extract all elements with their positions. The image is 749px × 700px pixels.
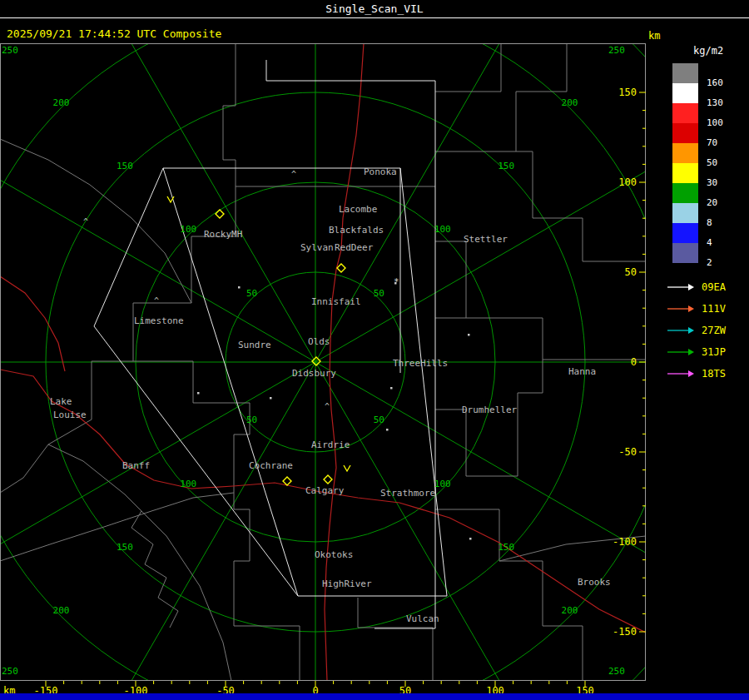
color-swatch: [672, 63, 698, 83]
azimuth-line: [16, 43, 315, 362]
highway-line: [0, 370, 646, 633]
colorbar-entry: 2: [653, 243, 749, 263]
range-ring-label: 200: [562, 97, 578, 108]
colorbar-entry: 30: [653, 163, 749, 183]
county-boundary: [435, 43, 501, 92]
site-id: 09EA: [702, 281, 726, 293]
range-ring-label: 100: [180, 479, 196, 489]
colorbar: 16013010070503020842: [653, 63, 749, 263]
city-label: Limestone: [134, 315, 184, 326]
site-row: 09EA: [667, 276, 749, 298]
city-label: Olds: [308, 336, 330, 347]
range-ring-label: 200: [53, 97, 70, 108]
distance-unit-label: km: [648, 30, 660, 42]
colorbar-entry: 130: [653, 83, 749, 103]
city-label: Brooks: [578, 577, 611, 588]
colorbar-value: 2: [707, 257, 712, 268]
county-boundary: [0, 361, 92, 493]
county-boundary: [435, 151, 646, 261]
county-boundary: [0, 139, 191, 303]
site-row: 27ZW: [667, 320, 749, 341]
station-dot-icon: [468, 334, 470, 336]
axis-label-right: 0: [631, 356, 637, 368]
city-label: Lacombe: [339, 204, 377, 215]
range-ring-label: 50: [246, 288, 257, 299]
county-boundary: [435, 318, 543, 476]
axis-label-right: 100: [618, 176, 637, 188]
taskbar: [0, 693, 749, 700]
colorbar-entry: 20: [653, 183, 749, 203]
city-label: Ponoka: [364, 166, 397, 177]
colorbar-unit-label: kg/m2: [693, 45, 749, 57]
site-id: 18TS: [702, 368, 726, 380]
range-ring-label: 50: [246, 415, 257, 425]
site-arrow-icon: [667, 325, 695, 335]
peak-marker-icon: ^: [83, 217, 88, 226]
city-label: RedDeer: [335, 242, 374, 253]
color-swatch: [672, 123, 698, 143]
city-label: Calgary: [305, 485, 345, 496]
colorbar-entry: 8: [653, 203, 749, 223]
city-label: Vulcan: [406, 613, 439, 624]
color-swatch: [672, 203, 698, 223]
site-row: 111V: [667, 298, 749, 320]
range-ring-label: 50: [374, 415, 384, 425]
city-marker-icon: [337, 264, 345, 272]
range-ring-label: 200: [53, 605, 70, 616]
city-marker-icon: [283, 477, 291, 485]
range-ring-label: 100: [434, 224, 451, 235]
city-label: Hanna: [568, 366, 596, 377]
station-asterisk-icon: *: [394, 276, 399, 287]
station-dot-icon: [238, 286, 241, 289]
site-arrow-icon: [667, 369, 695, 379]
county-boundary: [48, 444, 231, 681]
city-marker-icon: [216, 210, 224, 218]
range-ring-label: 200: [562, 605, 578, 616]
site-row: 18TS: [667, 363, 749, 385]
colorbar-entry: 160: [653, 63, 749, 83]
city-label: Stettler: [464, 234, 508, 245]
range-ring-label: 250: [608, 666, 625, 677]
city-label: Blackfalds: [329, 225, 384, 236]
color-swatch: [672, 163, 698, 183]
color-swatch: [672, 223, 698, 243]
range-ring-label: 150: [117, 542, 133, 553]
peak-marker-icon: ^: [154, 296, 159, 305]
axis-label-right: 50: [625, 266, 637, 278]
color-swatch: [672, 183, 698, 203]
range-ring-label: 250: [2, 45, 18, 56]
range-ring-label: 150: [498, 542, 514, 553]
site-arrow-icon: [667, 282, 695, 292]
city-label: Airdrie: [311, 439, 350, 450]
range-ring-label: 100: [180, 224, 196, 235]
site-row: 31JP: [667, 341, 749, 363]
peak-marker-icon: ^: [291, 170, 296, 179]
site-arrow-icon: [667, 347, 695, 357]
colorbar-entry: 4: [653, 223, 749, 243]
site-id: 27ZW: [702, 325, 726, 336]
site-id: 111V: [702, 303, 726, 315]
county-boundary: [435, 241, 466, 318]
city-label: ThreeHills: [393, 358, 448, 369]
city-label: RockyMH: [204, 229, 242, 240]
color-swatch: [672, 83, 698, 103]
peak-marker-icon: ^: [325, 402, 330, 411]
city-label: Didsbury: [292, 368, 336, 379]
color-swatch: [672, 243, 698, 263]
color-swatch: [672, 143, 698, 163]
axis-label-right: -50: [618, 446, 637, 458]
range-ring-label: 150: [117, 161, 133, 171]
window-title: Single_Scan_VIL: [0, 0, 749, 18]
city-label: Okotoks: [315, 549, 353, 560]
range-ring-label: 50: [374, 288, 384, 299]
county-boundary: [435, 509, 583, 681]
city-label: Sylvan: [300, 242, 334, 253]
storm-arrow-icon: [344, 465, 350, 471]
station-dot-icon: [390, 387, 393, 390]
site-legend: 09EA111V27ZW31JP18TS: [653, 276, 749, 385]
radar-display: 5050505010010010010015015015015020020020…: [0, 43, 646, 698]
station-dot-icon: [270, 397, 272, 400]
site-id: 31JP: [702, 346, 726, 358]
site-arrow-icon: [667, 304, 695, 314]
axis-label-right: -150: [613, 626, 637, 638]
